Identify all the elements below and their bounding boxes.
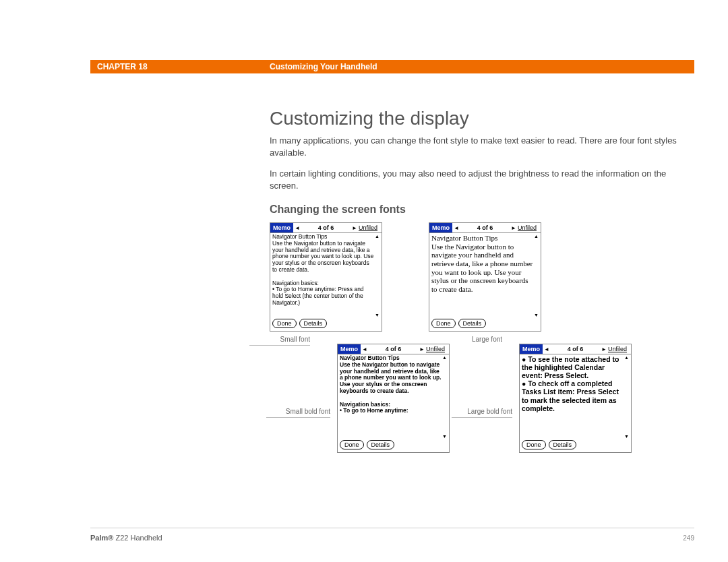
category-selector[interactable]: Unfiled (518, 224, 541, 231)
figure-group: Memo ◄ 4 of 6 ► Unfiled Navigator Button… (270, 222, 694, 478)
done-button[interactable]: Done (431, 319, 456, 328)
details-button[interactable]: Details (299, 319, 328, 328)
record-counter: 4 of 6 (301, 224, 351, 231)
record-counter: 4 of 6 (460, 224, 510, 231)
caption-small-bold: Small bold font (266, 408, 330, 418)
next-icon[interactable]: ► (351, 225, 359, 231)
done-button[interactable]: Done (272, 319, 297, 328)
scroll-down-icon[interactable]: ▼ (534, 313, 539, 317)
memo-window-large: Memo ◄ 4 of 6 ► Unfiled Navigator Button… (429, 222, 541, 332)
scroll-up-icon[interactable]: ▲ (442, 355, 448, 360)
prev-icon[interactable]: ◄ (293, 225, 301, 231)
memo-titlebar: Memo ◄ 4 of 6 ► Unfiled (429, 223, 541, 232)
memo-body-large-bold: ● To see the note attached to the highli… (520, 354, 631, 439)
footer-product-bold: Palm® (90, 534, 113, 542)
chapter-title: Customizing Your Handheld (270, 62, 377, 71)
intro-paragraph-1: In many applications, you can change the… (270, 135, 694, 158)
chapter-header: CHAPTER 18 Customizing Your Handheld (90, 60, 694, 73)
footer-rule (90, 528, 694, 528)
record-counter: 4 of 6 (551, 346, 600, 352)
scroll-down-icon[interactable]: ▼ (624, 434, 630, 439)
main-content: Customizing the display In many applicat… (270, 108, 694, 478)
details-button[interactable]: Details (367, 440, 395, 449)
footer-product: Palm® Z22 Handheld (90, 534, 162, 542)
subsection-title: Changing the screen fonts (270, 204, 694, 216)
intro-paragraph-2: In certain lighting conditions, you may … (270, 168, 694, 191)
category-selector[interactable]: Unfiled (608, 346, 631, 352)
details-button[interactable]: Details (549, 440, 577, 449)
memo-titlebar: Memo ◄ 4 of 6 ► Unfiled (520, 344, 631, 354)
record-counter: 4 of 6 (369, 346, 418, 352)
app-name: Memo (520, 344, 543, 354)
footer-page-number: 249 (683, 534, 694, 542)
memo-titlebar: Memo ◄ 4 of 6 ► Unfiled (338, 344, 449, 354)
category-selector[interactable]: Unfiled (359, 224, 382, 231)
scroll-down-icon[interactable]: ▼ (442, 434, 448, 439)
next-icon[interactable]: ► (510, 225, 518, 231)
next-icon[interactable]: ► (600, 346, 608, 352)
done-button[interactable]: Done (522, 440, 546, 449)
app-name: Memo (270, 223, 293, 232)
caption-large: Large font (472, 336, 533, 343)
scroll-up-icon[interactable]: ▲ (624, 355, 630, 360)
next-icon[interactable]: ► (418, 346, 426, 352)
details-button[interactable]: Details (458, 319, 487, 328)
section-title: Customizing the display (270, 108, 694, 129)
app-name: Memo (338, 344, 361, 354)
scroll-up-icon[interactable]: ▲ (375, 234, 380, 239)
category-selector[interactable]: Unfiled (426, 346, 449, 352)
memo-titlebar: Memo ◄ 4 of 6 ► Unfiled (270, 223, 382, 232)
prev-icon[interactable]: ◄ (543, 346, 551, 352)
memo-window-small: Memo ◄ 4 of 6 ► Unfiled Navigator Button… (270, 222, 382, 332)
scroll-up-icon[interactable]: ▲ (534, 234, 539, 239)
caption-large-bold: Large bold font (452, 408, 512, 418)
scroll-down-icon[interactable]: ▼ (375, 313, 380, 317)
memo-window-large-bold: Memo ◄ 4 of 6 ► Unfiled ● To see the not… (519, 344, 632, 453)
prev-icon[interactable]: ◄ (452, 225, 460, 231)
caption-small: Small font (249, 336, 310, 346)
memo-body-small: Navigator Button Tips Use the Navigator … (270, 232, 382, 317)
chapter-number: CHAPTER 18 (90, 62, 270, 71)
memo-window-small-bold: Memo ◄ 4 of 6 ► Unfiled Navigator Button… (337, 344, 450, 453)
app-name: Memo (429, 223, 452, 232)
memo-body-small-bold: Navigator Button Tips Use the Navigator … (338, 354, 449, 439)
done-button[interactable]: Done (340, 440, 364, 449)
footer-product-rest: Z22 Handheld (113, 534, 162, 542)
prev-icon[interactable]: ◄ (361, 346, 369, 352)
memo-body-large: Navigator Button Tips Use the Navigator … (429, 232, 541, 317)
